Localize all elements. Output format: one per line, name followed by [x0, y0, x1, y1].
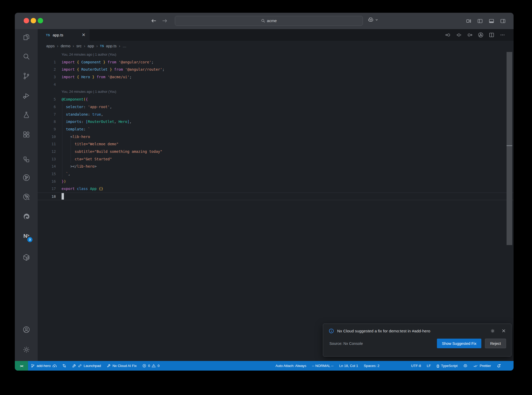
statusbar-notifications-bell[interactable]	[494, 361, 504, 371]
breadcrumb-item-[interactable]: …	[123, 44, 127, 48]
code-line[interactable]: 4	[38, 81, 514, 88]
code-text[interactable]: title="Welcmoe demo"	[62, 140, 118, 148]
code-text[interactable]: template: `	[62, 126, 90, 133]
statusbar-git-branch[interactable]: add-hero	[28, 361, 59, 371]
line-number[interactable]: 7	[38, 111, 56, 118]
statusbar-auto-attach[interactable]: Auto Attach: Always	[272, 361, 309, 371]
toggle-panel-icon[interactable]	[489, 18, 494, 24]
line-number[interactable]: 13	[38, 155, 56, 163]
code-line[interactable]: 9 template: `	[38, 126, 514, 133]
line-number[interactable]: 17	[38, 185, 56, 193]
toggle-secondary-sidebar-icon[interactable]	[500, 18, 506, 24]
line-number[interactable]: 18	[38, 193, 56, 200]
code-text[interactable]: `,	[62, 170, 70, 178]
code-line[interactable]: 17export class App {}	[38, 185, 514, 193]
nx-console-icon[interactable]: N>3	[21, 230, 32, 242]
code-text[interactable]	[62, 193, 64, 200]
code-line[interactable]: 15 `,	[38, 170, 514, 178]
statusbar-problems[interactable]: 00	[139, 361, 162, 371]
next-change-icon[interactable]	[467, 32, 473, 38]
statusbar-copilot-status[interactable]	[460, 361, 470, 371]
line-number[interactable]: 10	[38, 133, 56, 141]
statusbar-formatter[interactable]: Prettier	[470, 361, 494, 371]
edge-tools-icon[interactable]	[21, 211, 32, 222]
statusbar-eol[interactable]: LF	[424, 361, 434, 371]
settings-icon[interactable]	[21, 344, 32, 355]
code-text[interactable]: ></lib-hero>	[62, 163, 97, 170]
code-line[interactable]: 16})	[38, 178, 514, 185]
statusbar-language-mode[interactable]: {}TypeScript	[434, 361, 461, 371]
line-number[interactable]: 16	[38, 178, 56, 185]
statusbar-encoding[interactable]: UTF-8	[408, 361, 424, 371]
window-close-button[interactable]	[24, 18, 29, 23]
customize-layout-icon[interactable]	[466, 18, 471, 24]
breadcrumb-item-app[interactable]: app	[88, 44, 94, 48]
toggle-primary-sidebar-icon[interactable]	[477, 18, 483, 24]
statusbar-launchpad[interactable]: Launchpad	[69, 361, 104, 371]
line-number[interactable]: 15	[38, 170, 56, 178]
line-number[interactable]: 14	[38, 163, 56, 170]
code-text[interactable]: @Component({	[62, 96, 88, 103]
extensions-icon[interactable]	[21, 129, 32, 140]
line-number[interactable]: 2	[38, 66, 56, 73]
reject-button[interactable]: Reject	[485, 339, 506, 348]
explorer-icon[interactable]	[21, 31, 32, 43]
accounts-icon[interactable]	[21, 324, 32, 335]
line-number[interactable]: 3	[38, 73, 56, 81]
search-icon[interactable]	[21, 51, 32, 62]
line-number[interactable]: 4	[38, 81, 56, 88]
show-suggested-fix-button[interactable]: Show Suggested Fix	[437, 339, 481, 348]
breadcrumb-item-appts[interactable]: TSapp.ts	[100, 44, 117, 48]
more-actions-icon[interactable]	[500, 32, 505, 38]
source-control-graph-icon[interactable]	[478, 32, 483, 38]
code-text[interactable]: cta="Get Started"	[62, 155, 112, 163]
code-line[interactable]: 5@Component({	[38, 96, 514, 103]
line-number[interactable]: 8	[38, 118, 56, 126]
current-change-icon[interactable]	[456, 32, 462, 38]
hierarchy-icon[interactable]	[21, 154, 32, 165]
statusbar-vim-mode[interactable]: -- NORMAL --	[309, 361, 336, 371]
code-text[interactable]: imports: [RouterOutlet, Hero],	[62, 118, 132, 126]
code-line[interactable]: 12 subtitle="Build something amazing tod…	[38, 148, 514, 155]
code-text[interactable]: })	[62, 178, 66, 185]
line-number[interactable]: 6	[38, 103, 56, 111]
code-line[interactable]: 2import { RouterOutlet } from '@angular/…	[38, 66, 514, 73]
navigate-forward-icon[interactable]	[161, 17, 168, 24]
statusbar-compare-changes[interactable]	[59, 361, 69, 371]
editor-scrollbar[interactable]	[507, 52, 512, 245]
breadcrumb-item-src[interactable]: src	[76, 44, 82, 48]
editor-pane[interactable]: You, 24 minutes ago | 1 author (You)1imp…	[38, 51, 514, 361]
window-zoom-button[interactable]	[38, 18, 43, 23]
window-minimize-button[interactable]	[31, 18, 36, 23]
code-line[interactable]: 8 imports: [RouterOutlet, Hero],	[38, 118, 514, 126]
split-editor-icon[interactable]	[489, 32, 494, 38]
source-control-icon[interactable]	[21, 70, 32, 82]
line-number[interactable]: 5	[38, 96, 56, 103]
breadcrumb-item-apps[interactable]: apps	[46, 44, 55, 48]
line-number[interactable]: 1	[38, 58, 56, 66]
code-line[interactable]: 7 standalone: true,	[38, 111, 514, 118]
search-input[interactable]: acme	[267, 18, 277, 23]
navigate-back-icon[interactable]	[150, 17, 157, 24]
code-line[interactable]: 10 <lib-hero	[38, 133, 514, 141]
notification-settings-icon[interactable]	[490, 328, 495, 333]
tab-close-icon[interactable]: ✕	[82, 33, 85, 37]
command-center-search[interactable]: acme	[175, 16, 363, 26]
code-text[interactable]: export class App {}	[62, 185, 103, 193]
code-line[interactable]: 13 cta="Get Started"	[38, 155, 514, 163]
code-line[interactable]: 3import { Hero } from '@acme/ui';	[38, 73, 514, 81]
run-and-debug-icon[interactable]	[21, 90, 32, 101]
code-line[interactable]: 11 title="Welcmoe demo"	[38, 140, 514, 148]
copilot-menu[interactable]	[368, 17, 378, 23]
code-text[interactable]: standalone: true,	[62, 111, 103, 118]
testing-icon[interactable]	[21, 109, 32, 121]
code-text[interactable]: import { RouterOutlet } from '@angular/r…	[62, 66, 164, 73]
code-line[interactable]: 1import { Component } from '@angular/cor…	[38, 58, 514, 66]
notification-close-icon[interactable]	[501, 328, 506, 333]
code-text[interactable]: import { Component } from '@angular/core…	[62, 58, 154, 66]
code-text[interactable]: <lib-hero	[62, 133, 90, 141]
breadcrumb-item-demo[interactable]: demo	[61, 44, 71, 48]
code-line[interactable]: 6 selector: 'app-root',	[38, 103, 514, 111]
code-line[interactable]: 14 ></lib-hero>	[38, 163, 514, 170]
code-text[interactable]: import { Hero } from '@acme/ui';	[62, 73, 132, 81]
